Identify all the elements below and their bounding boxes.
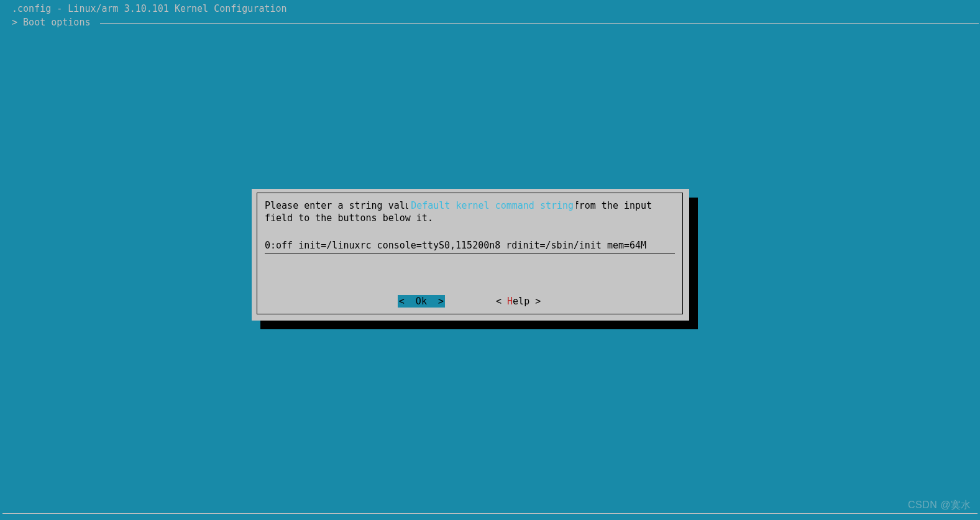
menuconfig-screen: .config - Linux/arm 3.10.101 Kernel Conf… (0, 0, 980, 520)
breadcrumb: > Boot options (0, 16, 980, 29)
dialog-buttons: < Ok > < Help > (257, 295, 682, 308)
ok-button[interactable]: < Ok > (398, 295, 445, 308)
dialog-frame: Default kernel command string Please ent… (257, 193, 683, 314)
watermark: CSDN @寞水 (908, 499, 971, 511)
breadcrumb-text: > Boot options (0, 16, 96, 29)
input-dialog: Default kernel command string Please ent… (252, 189, 689, 321)
help-button[interactable]: < Help > (495, 295, 542, 308)
page-title: .config - Linux/arm 3.10.101 Kernel Conf… (6, 2, 287, 15)
horizontal-rule (100, 23, 979, 24)
footer-rule (2, 513, 978, 514)
dialog-title: Default kernel command string (257, 187, 682, 224)
command-string-input[interactable] (265, 239, 675, 253)
